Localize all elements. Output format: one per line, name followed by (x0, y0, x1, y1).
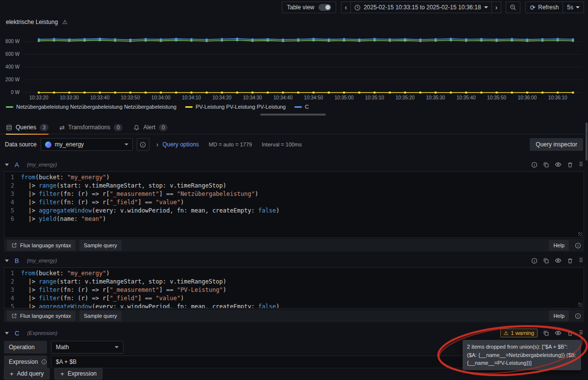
hide-query-eye-icon[interactable] (555, 257, 562, 264)
editor-footer: Flux language syntax Sample query Help (4, 309, 584, 322)
warning-badge[interactable]: ⚠ 1 warning (500, 329, 538, 337)
chevron-down-icon (115, 346, 119, 348)
tab-label: Alert (143, 124, 155, 131)
code-line: 4 |> filter(fn: (r) => r["_field"] == "v… (4, 198, 584, 207)
table-view-toggle[interactable]: Table view (282, 1, 336, 13)
flux-syntax-button[interactable]: Flux language syntax (7, 310, 75, 321)
external-link-icon (11, 242, 17, 248)
operation-select[interactable]: Math (51, 341, 123, 354)
svg-text:10:35:00: 10:35:00 (335, 95, 354, 100)
svg-text:10:33:50: 10:33:50 (121, 95, 140, 100)
editor-footer: Flux language syntax Sample query Help (4, 239, 584, 252)
table-view-switch[interactable] (318, 4, 331, 11)
svg-text:0 W: 0 W (11, 90, 20, 95)
duplicate-query-icon[interactable] (543, 258, 549, 264)
time-shift-back-button[interactable]: ‹ (341, 1, 351, 13)
collapse-chevron-icon[interactable] (5, 164, 9, 166)
query-ref-id[interactable]: B (15, 257, 19, 264)
help-button[interactable]: Help (549, 240, 569, 251)
tab-label: Queries (16, 124, 36, 131)
add-expression-button[interactable]: + Expression (54, 368, 102, 380)
query-inspector-button[interactable]: Query inspector (530, 138, 583, 151)
add-expression-label: Expression (68, 370, 97, 377)
query-row-b: B (my_energy) ⠿ 1from(bucket: "my_energy… (0, 255, 588, 323)
svg-text:10:33:40: 10:33:40 (90, 95, 109, 100)
svg-text:10:35:10: 10:35:10 (365, 95, 384, 100)
query-ref-id[interactable]: A (15, 161, 19, 168)
sample-query-button[interactable]: Sample query (79, 240, 122, 251)
help-button[interactable]: Help (549, 310, 569, 321)
clock-icon (354, 4, 361, 11)
flux-syntax-button[interactable]: Flux language syntax (7, 240, 75, 251)
zoom-out-icon (510, 4, 516, 11)
delete-query-trash-icon[interactable] (567, 330, 573, 336)
legend-series-color-dash (6, 106, 13, 108)
delete-query-trash-icon[interactable] (567, 258, 573, 264)
code-line: 5 |> aggregateWindow(every: v.windowPeri… (4, 303, 584, 309)
flux-query-editor-a[interactable]: 1from(bucket: "my_energy")2 |> range(sta… (4, 171, 584, 238)
panel-title: elektrische Leistung (6, 19, 58, 25)
query-datasource-name: (my_energy) (27, 258, 57, 263)
svg-text:200 W: 200 W (5, 77, 20, 82)
switch-knob (325, 5, 330, 10)
time-shift-forward-button[interactable]: › (491, 1, 502, 13)
tab-queries[interactable]: Queries 3 (6, 121, 49, 134)
time-range-picker[interactable]: 2025-02-15 10:33:15 to 2025-02-15 10:36:… (350, 1, 492, 13)
refresh-interval-value: 5s (567, 4, 573, 11)
datasource-picker[interactable]: my_energy (41, 138, 133, 151)
info-circle-icon[interactable] (531, 162, 538, 168)
code-line: 4 |> filter(fn: (r) => r["_field"] == "v… (4, 294, 584, 303)
hide-query-eye-icon[interactable] (555, 330, 562, 336)
legend-item[interactable]: PV-Leistung PV-Leistung PV-Leistung (185, 104, 286, 110)
info-circle-icon[interactable] (575, 313, 581, 319)
legend-item[interactable]: Netzübergabeleistung Netzübergabeleistun… (6, 104, 176, 110)
tab-transformations[interactable]: ⇄ Transformations 0 (59, 121, 122, 134)
duplicate-query-icon[interactable] (543, 330, 549, 336)
refresh-interval-dropdown[interactable]: 5s (563, 2, 584, 13)
bottom-actions: + Add query + Expression (4, 368, 102, 380)
info-circle-icon[interactable] (41, 359, 47, 365)
query-options-link[interactable]: Query options (162, 141, 199, 148)
editor-footer-right: Help (549, 310, 581, 321)
query-options-expand-chevron[interactable]: › (156, 141, 159, 148)
info-circle-icon[interactable] (531, 258, 538, 264)
duplicate-query-icon[interactable] (543, 162, 549, 168)
zoom-out-button[interactable] (506, 1, 520, 13)
datasource-help-button[interactable] (137, 138, 149, 151)
drag-handle-icon[interactable]: ⠿ (579, 161, 583, 168)
legend-item[interactable]: C (294, 104, 309, 110)
drag-handle-icon[interactable]: ⠿ (579, 257, 583, 264)
chart-legend: Netzübergabeleistung Netzübergabeleistun… (6, 104, 309, 110)
timeseries-chart[interactable]: 0 W200 W400 W600 W800 W10:33:2010:33:301… (0, 26, 588, 101)
chevron-down-icon (484, 6, 488, 8)
tab-count-badge: 0 (159, 124, 168, 131)
collapse-chevron-icon[interactable] (5, 332, 9, 334)
flux-query-editor-b[interactable]: 1from(bucket: "my_energy")2 |> range(sta… (4, 267, 584, 309)
delete-query-trash-icon[interactable] (567, 162, 573, 168)
svg-text:10:33:30: 10:33:30 (60, 95, 79, 100)
sample-query-button[interactable]: Sample query (79, 310, 122, 321)
warning-triangle-icon: ⚠ (504, 330, 509, 336)
code-line: 5 |> aggregateWindow(every: v.windowPeri… (4, 207, 584, 215)
tab-alert[interactable]: Alert 0 (133, 121, 168, 134)
code-line: 2 |> range(start: v.timeRangeStart, stop… (4, 278, 584, 286)
svg-text:10:35:30: 10:35:30 (426, 95, 445, 100)
add-query-button[interactable]: + Add query (4, 368, 49, 380)
svg-text:10:34:30: 10:34:30 (243, 95, 262, 100)
drag-handle-icon[interactable]: ⠿ (579, 330, 583, 336)
info-circle-icon[interactable] (575, 242, 581, 249)
panel-header: elektrische Leistung ⚠ (6, 19, 68, 25)
hide-query-eye-icon[interactable] (555, 161, 562, 168)
query-ref-id[interactable]: C (15, 330, 19, 337)
query-actions: ⠿ (531, 161, 583, 168)
info-circle-icon (140, 142, 146, 148)
tab-count-badge: 0 (114, 124, 122, 131)
flux-syntax-label: Flux language syntax (20, 313, 71, 319)
panel-warning-icon[interactable]: ⚠ (62, 19, 68, 25)
table-view-label: Table view (287, 4, 314, 11)
svg-text:10:36:10: 10:36:10 (548, 95, 567, 100)
panel-resize-handle[interactable] (260, 114, 326, 116)
refresh-button[interactable]: ⟳ Refresh (526, 2, 563, 13)
collapse-chevron-icon[interactable] (5, 260, 9, 262)
legend-series-color-dash (294, 106, 302, 108)
